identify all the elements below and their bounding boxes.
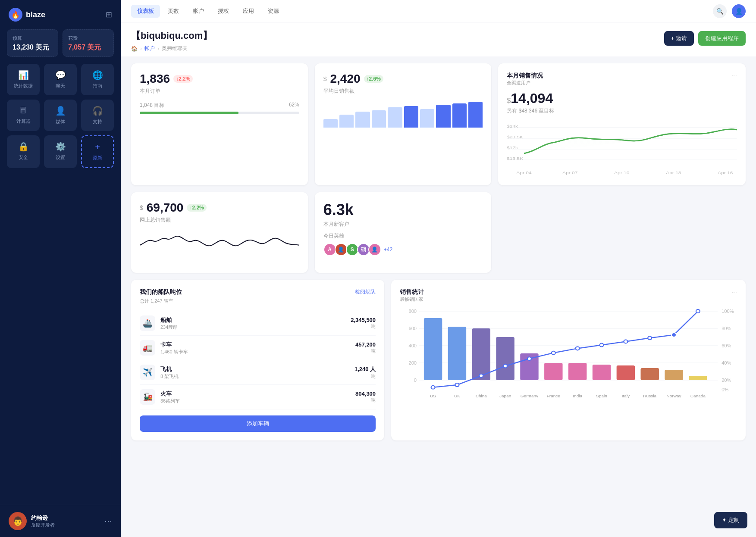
svg-text:200: 200 — [409, 361, 417, 365]
hero-avatar-5: 👤 — [368, 243, 381, 256]
sidebar-item-stats[interactable]: 📊 统计数据 — [7, 64, 40, 95]
create-app-button[interactable]: 创建应用程序 — [698, 31, 746, 46]
svg-text:60%: 60% — [721, 343, 731, 348]
bar-10 — [468, 102, 483, 128]
user-info: 约翰逊 反应开发者 — [31, 514, 100, 528]
sidebar-settings-icon[interactable]: ⊞ — [106, 10, 112, 19]
bar-5 — [388, 107, 402, 128]
add-icon: + — [95, 142, 100, 152]
fleet-item-truck: 🚛 卡车 1,460 辆卡车 457,200 吨 — [140, 336, 376, 360]
train-name: 火车 — [160, 390, 180, 398]
tab-pages[interactable]: 页数 — [162, 5, 185, 18]
user-more-btn[interactable]: ⋯ — [104, 516, 112, 526]
svg-text:0: 0 — [414, 378, 417, 383]
ship-icon: 🚢 — [140, 315, 155, 331]
truck-sub: 1,460 辆卡车 — [160, 349, 188, 355]
bar-6 — [404, 106, 418, 128]
user-avatar: 👨 — [9, 512, 27, 530]
sidebar-header: 🔥 blaze ⊞ — [0, 0, 121, 29]
sidebar-item-settings[interactable]: ⚙️ 设置 — [44, 135, 77, 168]
daily-sales-label: 平均日销售额 — [323, 87, 483, 95]
svg-text:0%: 0% — [721, 387, 729, 392]
plane-name: 飞机 — [160, 365, 179, 373]
svg-text:UK: UK — [454, 394, 461, 398]
svg-text:Italy: Italy — [622, 394, 630, 398]
fleet-link[interactable]: 检阅舰队 — [355, 288, 376, 296]
sidebar-item-chat[interactable]: 💬 聊天 — [44, 64, 77, 95]
orders-number: 1,836 ↓2.2% — [140, 72, 299, 86]
svg-text:Apr 04: Apr 04 — [517, 171, 532, 175]
svg-point-52 — [696, 309, 700, 313]
monthly-sales-chart: $24k $20.5K $17k $13.5K Apr 04 Apr 07 Ap… — [507, 119, 737, 177]
logo-text: blaze — [26, 10, 45, 19]
truck-unit: 吨 — [355, 348, 376, 354]
user-avatar-top[interactable]: 👤 — [732, 4, 746, 18]
new-customers-value: 6.3k — [323, 201, 483, 219]
sidebar: 🔥 blaze ⊞ 预算 13,230 美元 花费 7,057 美元 📊 统计数… — [0, 0, 121, 537]
svg-rect-38 — [641, 368, 659, 380]
search-button[interactable]: 🔍 — [713, 4, 727, 18]
tab-account[interactable]: 帐户 — [187, 5, 210, 18]
svg-text:$24k: $24k — [507, 124, 518, 128]
sidebar-item-guide[interactable]: 🌐 指南 — [81, 64, 114, 95]
online-sales-change: ↑2.2% — [187, 204, 206, 212]
sales-combo-chart: 800 600 400 200 0 100% 80% 60% 40% 20% 0… — [400, 307, 737, 403]
orders-change: ↓2.2% — [173, 75, 193, 83]
svg-text:Apr 07: Apr 07 — [562, 171, 577, 175]
svg-text:Apr 10: Apr 10 — [615, 171, 630, 175]
guide-icon: 🌐 — [92, 70, 103, 80]
budget-card: 预算 13,230 美元 — [7, 29, 58, 57]
svg-point-50 — [648, 336, 652, 340]
svg-text:40%: 40% — [721, 361, 731, 365]
budget-value: 13,230 美元 — [13, 43, 53, 51]
user-profile: 👨 约翰逊 反应开发者 ⋯ — [0, 505, 121, 537]
bar-9 — [452, 103, 467, 128]
chat-icon: 💬 — [55, 70, 66, 80]
svg-text:80%: 80% — [721, 326, 731, 331]
sidebar-item-security[interactable]: 🔒 安全 — [7, 135, 40, 168]
main-content: 仪表板 页数 帐户 授权 应用 资源 🔍 👤 【biqubiqu.com】 🏠 … — [121, 0, 756, 537]
svg-text:Apr 13: Apr 13 — [666, 171, 681, 175]
svg-rect-39 — [665, 370, 683, 380]
logo-icon: 🔥 — [9, 8, 22, 22]
svg-point-41 — [431, 386, 435, 389]
svg-text:600: 600 — [409, 326, 417, 331]
online-sales-label: 网上总销售额 — [140, 216, 299, 224]
top-nav-actions: 🔍 👤 — [713, 4, 746, 18]
chat-label: 聊天 — [56, 83, 65, 89]
add-label: 添新 — [93, 155, 102, 161]
svg-point-47 — [576, 347, 580, 350]
breadcrumb-account[interactable]: 帐户 — [144, 45, 155, 52]
sidebar-item-media[interactable]: 👤 媒体 — [44, 100, 77, 131]
orders-progress-fill — [140, 112, 238, 114]
bar-4 — [372, 110, 386, 128]
svg-text:$17k: $17k — [507, 146, 518, 150]
add-vehicle-button[interactable]: 添加车辆 — [140, 415, 376, 432]
orders-target: 1,048 目标 — [140, 102, 164, 109]
stats-row-2: $ 69,700 ↑2.2% 网上总销售额 6.3k 本月新客户 今日英雄 — [131, 192, 746, 273]
monthly-sales-title: 本月销售情况 — [507, 72, 543, 80]
svg-point-51 — [671, 333, 676, 337]
sidebar-item-calc[interactable]: 🖩 计算器 — [7, 100, 40, 131]
svg-text:China: China — [476, 394, 487, 398]
sidebar-item-add[interactable]: + 添新 — [81, 135, 114, 168]
svg-text:$20.5K: $20.5K — [507, 135, 523, 139]
tab-resources[interactable]: 资源 — [262, 5, 285, 18]
sales-stats-title: 销售统计 — [400, 288, 424, 296]
invite-button[interactable]: + 邀请 — [664, 31, 694, 46]
customize-button[interactable]: ✦ 定制 — [714, 512, 747, 528]
tab-apps[interactable]: 应用 — [237, 5, 260, 18]
new-customers-card: 6.3k 本月新客户 今日英雄 A 👤 S 硝 👤 +42 — [315, 192, 492, 273]
hero-label: 今日英雄 — [323, 232, 483, 240]
ship-sub: 234艘船 — [160, 324, 178, 331]
support-label: 支持 — [93, 119, 102, 125]
sidebar-item-support[interactable]: 🎧 支持 — [81, 100, 114, 131]
monthly-sales-more[interactable]: ··· — [731, 72, 737, 80]
svg-text:Apr 16: Apr 16 — [718, 171, 733, 175]
sales-stats-more[interactable]: ··· — [731, 288, 737, 296]
tab-dashboard[interactable]: 仪表板 — [131, 5, 160, 18]
svg-point-46 — [552, 351, 555, 355]
svg-text:US: US — [430, 394, 436, 398]
svg-point-45 — [527, 357, 531, 360]
tab-auth[interactable]: 授权 — [212, 5, 235, 18]
